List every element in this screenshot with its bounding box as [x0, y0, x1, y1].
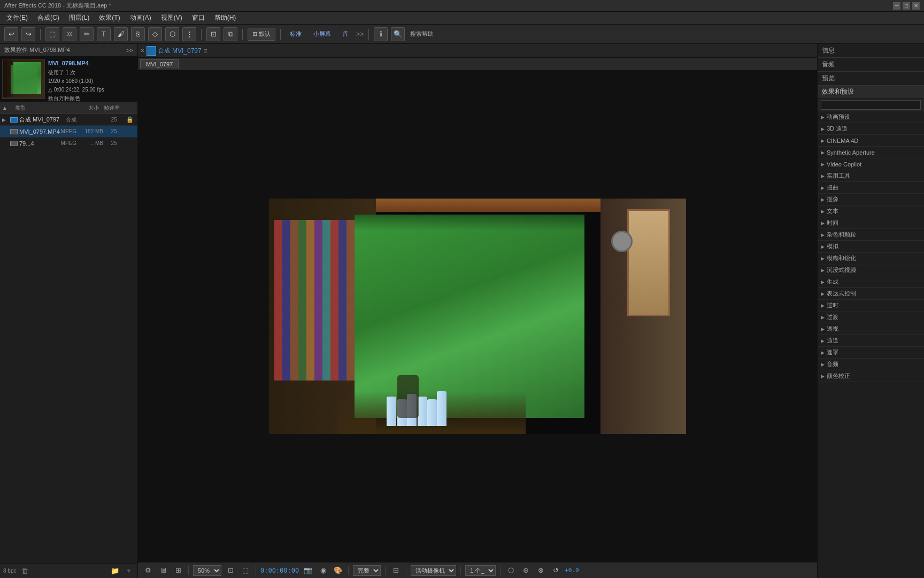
effects-categories-list: ▶ 动画预设 ▶ 3D 通道 ▶ CINEMA 4D ▶ Synthetic A… [818, 111, 924, 578]
list-item[interactable]: MVI_0797.MP4 MPEG 182 MB 25 [0, 126, 137, 138]
redo-button[interactable]: ↪ [21, 27, 35, 41]
effect-category-keying[interactable]: ▶ 抠像 [818, 194, 924, 206]
tool-roto[interactable]: ⬡ [165, 27, 179, 41]
effect-category-channel[interactable]: ▶ 通道 [818, 335, 924, 347]
search-button[interactable]: 🔍 [391, 27, 405, 41]
camera-select[interactable]: 活动摄像机 [411, 565, 456, 576]
render-icon[interactable]: ⊕ [520, 565, 532, 576]
category-label: 3D 通道 [827, 125, 848, 133]
preview-settings-icon[interactable]: ⚙ [142, 565, 154, 576]
col-fps-header[interactable]: 帧速率 [101, 104, 122, 112]
effect-category-3d[interactable]: ▶ 3D 通道 [818, 123, 924, 135]
info-panel-toggle[interactable]: ℹ [374, 27, 388, 41]
snapshot-icon[interactable]: 📷 [302, 565, 314, 576]
effect-category-obsolete[interactable]: ▶ 过时 [818, 300, 924, 311]
effect-category-animation[interactable]: ▶ 动画预设 [818, 111, 924, 123]
transparency-icon[interactable]: ⊟ [390, 565, 402, 576]
preview-monitor-icon[interactable]: 🖥 [157, 565, 169, 576]
align-button[interactable]: ⧉ [224, 27, 237, 41]
effect-category-transition[interactable]: ▶ 过渡 [818, 311, 924, 323]
menu-effects[interactable]: 效果(T) [95, 12, 124, 24]
effect-category-synthetic-aperture[interactable]: ▶ Synthetic Aperture [818, 147, 924, 158]
reset-exposure-icon[interactable]: ↺ [550, 565, 561, 576]
delete-button[interactable]: 🗑 [19, 566, 30, 576]
undo-button[interactable]: ↩ [4, 27, 18, 41]
maximize-button[interactable]: □ [903, 2, 910, 10]
render-shortcuts-icon[interactable]: ⬡ [505, 565, 517, 576]
effect-category-audio2[interactable]: ▶ 音频 [818, 359, 924, 370]
item-type: MPEG [61, 128, 76, 134]
menu-composition[interactable]: 合成(C) [33, 12, 64, 24]
category-label: 模拟 [827, 242, 838, 250]
menu-layer[interactable]: 图层(L) [65, 12, 94, 24]
zoom-select[interactable]: 50% [193, 565, 221, 576]
workspace-small[interactable]: 小屏幕 [309, 29, 335, 39]
tool-shape[interactable]: ◇ [148, 27, 162, 41]
info-tab[interactable]: 信息 [818, 44, 924, 58]
safe-zones-icon[interactable]: ⬚ [240, 565, 251, 576]
fit-button[interactable]: ⊡ [225, 565, 236, 576]
thumb-greenscreen [13, 62, 41, 94]
comp-flowchart-icon[interactable]: ⊗ [535, 565, 546, 576]
effect-category-mask[interactable]: ▶ 遮罩 [818, 347, 924, 359]
main-toolbar: ↩ ↪ ⬚ ⛭ ✏ T 🖌 ⎘ ◇ ⬡ ⋮ ⊡ ⧉ ⊞ 默认 标准 小屏幕 库 … [0, 25, 924, 44]
tool-text[interactable]: T [97, 27, 111, 41]
effect-category-text[interactable]: ▶ 文本 [818, 206, 924, 217]
effect-category-blur[interactable]: ▶ 模糊和锐化 [818, 253, 924, 264]
show-snapshot-icon[interactable]: ◉ [317, 565, 329, 576]
effect-category-immersive[interactable]: ▶ 沉浸式视频 [818, 264, 924, 276]
minimize-button[interactable]: ─ [893, 2, 900, 10]
menu-window[interactable]: 窗口 [188, 12, 209, 24]
panel-collapse-button[interactable]: >> [126, 47, 133, 54]
list-item[interactable]: ▶ 合成 MVI_0797 合成 25 🔒 [0, 114, 137, 126]
tool-pin[interactable]: ⋮ [182, 27, 196, 41]
tool-camera[interactable]: ⛭ [63, 27, 76, 41]
workspace-more[interactable]: >> [356, 31, 364, 38]
close-button[interactable]: ✕ [912, 2, 920, 10]
effect-category-noise[interactable]: ▶ 杂色和颗粒 [818, 229, 924, 241]
view-count-select[interactable]: 1 个_ [465, 565, 496, 576]
workspace-library[interactable]: 库 [338, 29, 353, 39]
new-folder-button[interactable]: 📁 [110, 566, 120, 576]
menu-view[interactable]: 视图(V) [157, 12, 187, 24]
effect-category-cinema4d[interactable]: ▶ CINEMA 4D [818, 135, 924, 147]
align-panel-button[interactable]: ⊞ 默认 [248, 28, 275, 41]
snap-button[interactable]: ⊡ [206, 27, 220, 41]
category-label: 颜色校正 [827, 372, 850, 380]
arrow-icon: ▶ [821, 220, 825, 226]
item-name: 79...4 [19, 140, 61, 147]
effect-category-utility[interactable]: ▶ 实用工具 [818, 170, 924, 182]
project-list: ▶ 合成 MVI_0797 合成 25 🔒 MVI_0797.MP4 MPEG … [0, 114, 137, 563]
list-item[interactable]: 79...4 MPEG ... MB 25 [0, 138, 137, 149]
quality-select[interactable]: 完整 [353, 565, 381, 576]
tool-select[interactable]: ⬚ [45, 27, 59, 41]
effect-category-color-correction[interactable]: ▶ 颜色校正 [818, 370, 924, 382]
effect-category-distort[interactable]: ▶ 扭曲 [818, 182, 924, 194]
effects-search-input[interactable] [821, 100, 921, 110]
effect-category-simulate[interactable]: ▶ 模拟 [818, 241, 924, 253]
effect-category-generate[interactable]: ▶ 生成 [818, 276, 924, 288]
comp-settings-icon[interactable]: ≡ [204, 47, 207, 55]
effect-category-video-copilot[interactable]: ▶ Video Copilot [818, 158, 924, 170]
right-door-area [600, 199, 686, 434]
menu-file[interactable]: 文件(E) [2, 12, 32, 24]
preview-grid-icon[interactable]: ⊞ [172, 565, 184, 576]
menu-animation[interactable]: 动画(A) [126, 12, 156, 24]
tool-brush[interactable]: 🖌 [114, 27, 128, 41]
tool-pen[interactable]: ✏ [80, 27, 94, 41]
file-thumbnail [2, 59, 45, 99]
col-size-header[interactable]: 大小 [72, 104, 99, 112]
audio-tab[interactable]: 音频 [818, 58, 924, 72]
effect-category-time[interactable]: ▶ 时间 [818, 217, 924, 229]
comp-tab-name[interactable]: MVI_0797 [172, 47, 202, 55]
viewer-tab[interactable]: MVI_0797 [140, 59, 179, 69]
color-picker-icon[interactable]: 🎨 [332, 565, 344, 576]
effect-category-expression[interactable]: ▶ 表达式控制 [818, 288, 924, 300]
tool-clone[interactable]: ⎘ [131, 27, 145, 41]
effect-category-perspective[interactable]: ▶ 透视 [818, 323, 924, 335]
preview-tab[interactable]: 预览 [818, 72, 924, 86]
menu-help[interactable]: 帮助(H) [210, 12, 241, 24]
col-type-header[interactable]: 类型 [15, 104, 70, 112]
new-comp-button[interactable]: + [124, 566, 134, 576]
workspace-standard[interactable]: 标准 [286, 29, 306, 39]
